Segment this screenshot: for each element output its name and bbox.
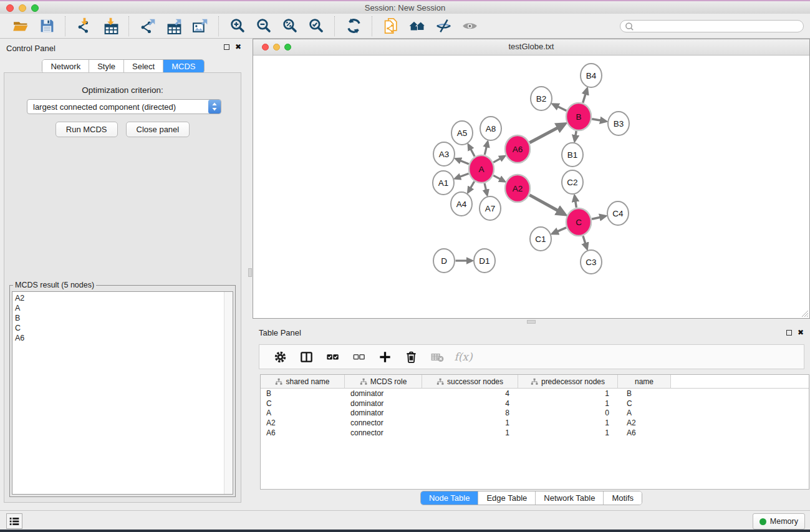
node-B2[interactable]: B2 xyxy=(531,87,552,110)
column-header-name[interactable]: name xyxy=(618,375,671,388)
node-A5[interactable]: A5 xyxy=(451,121,473,145)
zoom-fit-icon[interactable] xyxy=(279,16,301,36)
node-A4[interactable]: A4 xyxy=(451,192,472,216)
table-cell[interactable]: C xyxy=(261,399,345,408)
result-item[interactable]: A xyxy=(15,303,233,313)
import-network-icon[interactable] xyxy=(74,16,95,36)
edge-B-B1[interactable] xyxy=(576,131,576,135)
edge-C-C1[interactable] xyxy=(557,228,566,231)
show-all-icon[interactable] xyxy=(459,16,480,36)
node-D1[interactable]: D1 xyxy=(474,249,495,273)
close-panel-button[interactable]: Close panel xyxy=(126,122,190,137)
export-table-icon[interactable] xyxy=(163,16,185,36)
table-row[interactable]: Cdominator41C xyxy=(261,399,809,409)
edge-A-A7[interactable] xyxy=(485,183,486,190)
table-cell[interactable]: 0 xyxy=(518,409,618,417)
tab-edge-table[interactable]: Edge Table xyxy=(478,491,536,505)
vertical-split-grip[interactable] xyxy=(248,268,252,277)
select-all-icon[interactable] xyxy=(323,347,342,366)
node-C1[interactable]: C1 xyxy=(530,227,551,251)
table-cell[interactable]: A6 xyxy=(618,428,671,437)
refresh-icon[interactable] xyxy=(343,16,364,36)
tab-style[interactable]: Style xyxy=(89,60,124,73)
node-B4[interactable]: B4 xyxy=(581,64,602,87)
close-panel-icon[interactable]: ✖ xyxy=(235,43,241,51)
node-C3[interactable]: C3 xyxy=(581,250,602,274)
result-item[interactable]: A6 xyxy=(15,333,233,343)
table-cell[interactable]: 1 xyxy=(518,418,618,427)
edge-A-A1[interactable] xyxy=(460,173,469,177)
table-cell[interactable]: 1 xyxy=(518,389,618,398)
node-B1[interactable]: B1 xyxy=(562,143,583,167)
result-scrollbar[interactable] xyxy=(224,292,233,494)
table-cell[interactable]: connector xyxy=(345,418,422,427)
table-cell[interactable]: A2 xyxy=(261,418,345,427)
export-image-icon[interactable] xyxy=(190,16,211,36)
node-C4[interactable]: C4 xyxy=(607,201,629,225)
zoom-out-icon[interactable] xyxy=(253,16,274,36)
node-A6[interactable]: A6 xyxy=(505,135,530,163)
zoom-selected-icon[interactable] xyxy=(306,16,327,36)
table-cell[interactable]: 8 xyxy=(422,409,518,417)
table-cell[interactable]: 4 xyxy=(422,389,518,398)
table-cell[interactable]: connector xyxy=(345,428,422,437)
column-header-MCDS-role[interactable]: MCDS role xyxy=(345,375,422,388)
add-column-icon[interactable] xyxy=(375,347,394,366)
close-table-panel-icon[interactable]: ✖ xyxy=(798,329,804,336)
edge-A-A2[interactable] xyxy=(493,175,500,179)
result-item[interactable]: B xyxy=(15,313,233,323)
table-cell[interactable]: 1 xyxy=(422,418,518,427)
memory-button[interactable]: Memory xyxy=(753,513,805,530)
edge-C-C3[interactable] xyxy=(583,236,586,243)
node-A[interactable]: A xyxy=(469,155,494,183)
edge-C-C4[interactable] xyxy=(592,217,600,219)
node-A8[interactable]: A8 xyxy=(480,117,501,140)
resize-grip-icon[interactable] xyxy=(801,310,809,317)
table-cell[interactable]: A xyxy=(618,409,671,417)
task-history-button[interactable] xyxy=(6,513,22,529)
run-mcds-button[interactable]: Run MCDS xyxy=(55,122,118,137)
edge-A6-B[interactable] xyxy=(529,128,557,143)
edge-A-A8[interactable] xyxy=(485,147,486,155)
result-item[interactable]: C xyxy=(15,323,233,333)
delete-column-icon[interactable] xyxy=(402,347,420,366)
float-panel-icon[interactable] xyxy=(224,44,229,50)
node-A7[interactable]: A7 xyxy=(480,196,501,220)
export-network-icon[interactable] xyxy=(137,16,158,36)
edge-B-B2[interactable] xyxy=(558,107,566,110)
edge-A-A5[interactable] xyxy=(471,149,475,156)
column-header-shared-name[interactable]: shared name xyxy=(261,375,345,388)
function-builder-icon[interactable]: f(x) xyxy=(454,347,473,366)
result-item[interactable]: A2 xyxy=(15,293,233,303)
edge-B-B4[interactable] xyxy=(583,94,586,103)
edge-A2-C[interactable] xyxy=(529,195,557,211)
table-cell[interactable]: 4 xyxy=(422,399,518,408)
table-cell[interactable]: 1 xyxy=(518,428,618,437)
table-row[interactable]: A2connector11A2 xyxy=(261,418,809,428)
table-row[interactable]: Bdominator41B xyxy=(261,389,809,399)
tab-mcds[interactable]: MCDS xyxy=(163,60,203,73)
search-input[interactable] xyxy=(635,21,803,31)
edge-A-A4[interactable] xyxy=(471,181,475,188)
table-cell[interactable]: dominator xyxy=(345,409,422,417)
table-cell[interactable]: B xyxy=(618,389,671,398)
hide-unselected-icon[interactable] xyxy=(433,16,454,36)
node-A1[interactable]: A1 xyxy=(433,171,454,195)
tab-network[interactable]: Network xyxy=(42,60,89,73)
tab-motifs[interactable]: Motifs xyxy=(604,491,642,505)
home-icon[interactable] xyxy=(407,16,428,36)
delete-table-icon[interactable] xyxy=(428,347,446,366)
network-graph[interactable]: B4B2BB3A5A8A6A3B1AA1C2A2A4A7C4CC1DD1C3 xyxy=(254,56,809,318)
table-row[interactable]: Adominator80A xyxy=(261,409,809,418)
table-cell[interactable]: 1 xyxy=(422,428,518,437)
node-A3[interactable]: A3 xyxy=(433,142,455,166)
table-row[interactable]: A6connector11A6 xyxy=(261,428,809,438)
deselect-all-icon[interactable] xyxy=(349,347,368,366)
new-network-from-file-icon[interactable] xyxy=(380,16,402,36)
table-cell[interactable]: A6 xyxy=(261,428,345,437)
table-cell[interactable]: dominator xyxy=(345,389,422,398)
column-header-successor-nodes[interactable]: successor nodes xyxy=(422,375,518,388)
tab-node-table[interactable]: Node Table xyxy=(421,491,479,505)
column-header-predecessor-nodes[interactable]: predecessor nodes xyxy=(518,375,618,388)
tab-network-table[interactable]: Network Table xyxy=(536,491,604,505)
